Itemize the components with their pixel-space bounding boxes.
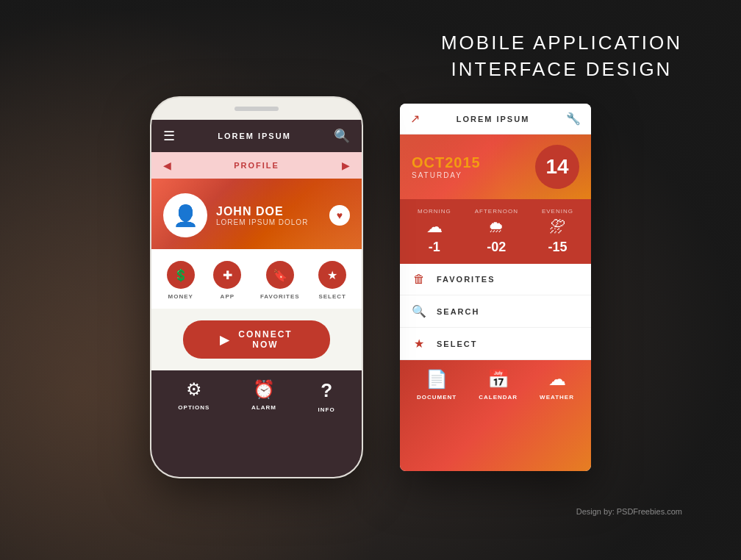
tab-weather-label: WEATHER	[540, 394, 574, 401]
profile-nav-label: PROFILE	[234, 161, 279, 170]
menu-label-money: MONEY	[168, 293, 193, 300]
star-list-icon: ★	[412, 337, 426, 351]
menu-item-app[interactable]: ✚ APP	[213, 261, 241, 300]
user-icon: 👤	[173, 204, 198, 228]
date-section: OCT2015 SATURDAY 14	[400, 134, 591, 199]
options-label: OPTIONS	[178, 404, 210, 411]
bottom-tabs: 📄 DOCUMENT 📅 CALENDAR ☁ WEATHER	[400, 360, 591, 471]
calendar-icon: 📅	[487, 369, 509, 390]
money-icon: 💲	[167, 261, 195, 289]
heart-badge[interactable]: ♥	[329, 205, 350, 226]
weather-section: MORNING ☁ -1 AFTERNOON 🌧 -02 EVENING ⛈ -…	[400, 199, 591, 264]
list-label-select: SELECT	[437, 340, 477, 348]
weather-morning-temp: -1	[429, 240, 440, 255]
weather-afternoon: AFTERNOON 🌧 -02	[475, 208, 518, 255]
bottom-nav-options[interactable]: ⚙ OPTIONS	[178, 379, 210, 411]
bottom-nav-alarm[interactable]: ⏰ ALARM	[251, 379, 276, 411]
profile-info: JOHN DOE LOREM IPSUM DOLOR	[216, 205, 321, 226]
weather-evening-label: EVENING	[542, 208, 573, 215]
list-label-favorites: FAVORITES	[437, 275, 495, 284]
weather-morning-label: MORNING	[418, 208, 451, 215]
phone1-bottom-nav: ⚙ OPTIONS ⏰ ALARM ? INFO	[151, 370, 362, 477]
profile-content: 👤 JOHN DOE LOREM IPSUM DOLOR ♥	[163, 193, 350, 237]
nav-arrow-left[interactable]: ◀	[163, 159, 171, 171]
profile-section: 👤 JOHN DOE LOREM IPSUM DOLOR ♥	[151, 179, 362, 249]
search-icon[interactable]: 🔍	[334, 128, 350, 144]
content-wrapper: ☰ LOREM IPSUM 🔍 ◀ PROFILE ▶ 👤	[0, 0, 741, 560]
weather-afternoon-temp: -02	[487, 240, 506, 255]
weather-morning: MORNING ☁ -1	[418, 208, 451, 255]
app-icon: ✚	[213, 261, 241, 289]
trash-icon: 🗑	[412, 273, 426, 286]
menu-label-select: SELECT	[318, 293, 346, 300]
weather-evening-temp: -15	[548, 240, 567, 255]
profile-subtitle: LOREM IPSUM DOLOR	[216, 218, 321, 226]
phone-profile: ☰ LOREM IPSUM 🔍 ◀ PROFILE ▶ 👤	[150, 96, 363, 478]
menu-item-favorites[interactable]: 🔖 FAVORITES	[260, 261, 300, 300]
weather-afternoon-label: AFTERNOON	[475, 208, 518, 215]
nav-arrow-right[interactable]: ▶	[342, 159, 350, 171]
menu-label-app: APP	[221, 293, 235, 300]
play-icon: ▶	[220, 333, 230, 347]
menu-icons: 💲 MONEY ✚ APP 🔖 FAVORITES ★ SELECT	[151, 249, 362, 309]
avatar: 👤	[163, 193, 207, 237]
list-item-favorites[interactable]: 🗑 FAVORITES	[400, 264, 591, 295]
menu-item-select[interactable]: ★ SELECT	[318, 261, 346, 300]
date-month-year: OCT2015	[412, 154, 481, 171]
bottom-nav-info[interactable]: ? INFO	[318, 379, 335, 413]
menu-item-money[interactable]: 💲 MONEY	[167, 261, 195, 300]
share-icon[interactable]: ↗	[410, 112, 420, 126]
profile-nav: ◀ PROFILE ▶	[151, 152, 362, 179]
cloud-icon: ☁	[426, 218, 443, 237]
list-item-search[interactable]: 🔍 SEARCH	[400, 295, 591, 328]
date-number: 14	[535, 145, 579, 189]
tab-calendar-label: CALENDAR	[479, 394, 518, 401]
connect-section: ▶ CONNECT NOW	[151, 309, 362, 370]
profile-name: JOHN DOE	[216, 205, 321, 218]
date-day-name: SATURDAY	[412, 171, 481, 179]
tab-weather[interactable]: ☁ WEATHER	[540, 369, 574, 401]
phones-container: ☰ LOREM IPSUM 🔍 ◀ PROFILE ▶ 👤	[150, 96, 591, 478]
list-item-select[interactable]: ★ SELECT	[400, 328, 591, 360]
tab-document-label: DOCUMENT	[417, 394, 457, 401]
document-icon: 📄	[426, 369, 448, 390]
weather-tab-icon: ☁	[548, 369, 566, 390]
info-label: INFO	[318, 406, 335, 413]
rain-icon: 🌧	[488, 218, 504, 237]
hamburger-icon[interactable]: ☰	[163, 128, 175, 144]
wrench-icon[interactable]: 🔧	[566, 112, 581, 126]
phone2-topbar: ↗ LOREM IPSUM 🔧	[400, 104, 591, 134]
phone2-topbar-title: LOREM IPSUM	[457, 115, 530, 123]
search-list-icon: 🔍	[412, 304, 426, 318]
connect-button[interactable]: ▶ CONNECT NOW	[183, 320, 330, 359]
heart-icon: ♥	[337, 209, 343, 221]
weather-evening: EVENING ⛈ -15	[542, 208, 573, 255]
alarm-icon: ⏰	[253, 379, 275, 400]
tab-document[interactable]: 📄 DOCUMENT	[417, 369, 457, 401]
menu-label-favorites: FAVORITES	[260, 293, 300, 300]
info-icon: ?	[321, 379, 332, 402]
list-label-search: SEARCH	[437, 307, 479, 316]
phone-inner: ☰ LOREM IPSUM 🔍 ◀ PROFILE ▶ 👤	[151, 120, 362, 477]
alarm-label: ALARM	[251, 404, 276, 411]
options-icon: ⚙	[186, 379, 202, 400]
tab-calendar[interactable]: 📅 CALENDAR	[479, 369, 518, 401]
phone1-topbar: ☰ LOREM IPSUM 🔍	[151, 120, 362, 152]
date-left: OCT2015 SATURDAY	[412, 154, 481, 179]
select-icon: ★	[318, 261, 346, 289]
phone-app: ↗ LOREM IPSUM 🔧 OCT2015 SATURDAY 14 MORN…	[400, 104, 591, 471]
phone1-topbar-title: LOREM IPSUM	[218, 132, 291, 140]
favorites-icon: 🔖	[266, 261, 294, 289]
storm-icon: ⛈	[549, 218, 565, 237]
menu-list: 🗑 FAVORITES 🔍 SEARCH ★ SELECT	[400, 264, 591, 360]
connect-label: CONNECT NOW	[237, 329, 293, 350]
